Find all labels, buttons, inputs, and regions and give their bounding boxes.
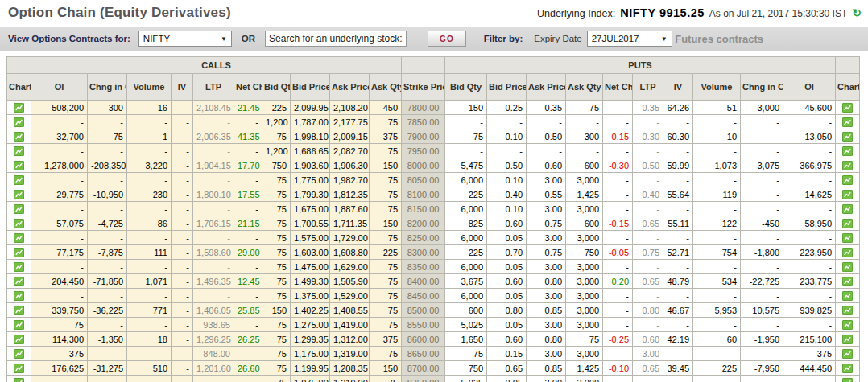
chart-icon[interactable] (14, 291, 24, 301)
futures-contracts-link[interactable]: Futures contracts (675, 33, 763, 45)
option-chain-row: ------751,675.001,887.60758150.006,0000.… (7, 202, 860, 216)
calls-ltp-cell: 2,006.35 (193, 129, 234, 144)
calls-volume-cell: - (127, 376, 172, 382)
chart-icon[interactable] (14, 233, 24, 243)
puts-chng_oi-cell: - (741, 187, 783, 202)
chart-icon[interactable] (842, 291, 853, 301)
chart-icon[interactable] (14, 204, 24, 214)
puts-chng_oi-cell: - (741, 260, 783, 274)
calls-bid_price-cell: 1,686.65 (291, 144, 330, 158)
chart-icon[interactable] (842, 262, 853, 272)
calls-oi-cell: 77,175 (31, 245, 88, 260)
calls-bid_price-cell: 1,799.30 (291, 187, 330, 202)
chart-icon[interactable] (14, 146, 24, 156)
option-chain-row: 114,300-1,35018-1,296.2526.25751,299.351… (7, 332, 860, 347)
calls-chng_oi-cell: -1,350 (88, 332, 127, 347)
puts-chng_oi-cell: -7,950 (741, 361, 783, 376)
go-button[interactable]: GO (428, 31, 466, 47)
calls-volume-cell: - (127, 260, 172, 274)
chart-icon[interactable] (842, 103, 853, 113)
chart-icon[interactable] (842, 364, 853, 373)
chart-icon[interactable] (14, 132, 24, 142)
puts-net_chng-cell: - (603, 187, 633, 202)
col-strike-price: Strike Price (402, 74, 445, 101)
chart-icon[interactable] (14, 320, 24, 330)
chart-icon[interactable] (842, 219, 853, 228)
calls-oi-cell: 375 (31, 347, 88, 361)
puts-ask_price-cell: 3.00 (527, 347, 566, 361)
chart-icon[interactable] (842, 161, 853, 170)
chart-icon[interactable] (842, 378, 853, 382)
expiry-select[interactable]: 27JUL2017 ▼ (587, 31, 672, 47)
chart-icon[interactable] (842, 117, 853, 127)
puts-ltp-cell: 0.35 (633, 101, 663, 115)
strike-cell: 8700.00 (402, 361, 445, 376)
chart-icon[interactable] (842, 204, 853, 214)
chart-icon[interactable] (842, 335, 853, 344)
calls-bid_price-cell: 1,475.00 (291, 260, 330, 274)
chart-icon[interactable] (14, 175, 24, 185)
calls-ask_qty-cell: 75 (370, 144, 402, 158)
chart-icon[interactable] (842, 306, 853, 315)
puts-bid_qty-cell: - (445, 144, 487, 158)
chart-icon[interactable] (14, 219, 24, 228)
chart-icon[interactable] (14, 364, 24, 373)
chart-icon[interactable] (842, 132, 853, 142)
chart-icon[interactable] (14, 306, 24, 315)
chart-icon[interactable] (14, 335, 24, 344)
calls-ask_qty-cell: 75 (370, 260, 402, 274)
strike-cell: 8200.00 (402, 216, 445, 231)
calls-ltp-cell: - (193, 231, 234, 245)
chart-icon[interactable] (842, 248, 853, 257)
chart-icon[interactable] (14, 117, 24, 127)
col-calls-bid-price: Bid Price (291, 74, 330, 101)
col-puts-ask-qty: Ask Qty (566, 74, 603, 101)
chart-icon[interactable] (14, 161, 24, 170)
calls-ask_price-cell: 1,812.35 (330, 187, 370, 202)
refresh-icon[interactable]: ↻ (852, 7, 862, 18)
calls-oi-cell: 114,300 (31, 332, 88, 347)
calls-volume-cell: - (127, 289, 172, 303)
puts-chng_oi-cell: -1,800 (741, 245, 783, 260)
puts-ltp-cell: - (633, 144, 663, 158)
chart-icon[interactable] (842, 146, 853, 156)
calls-iv-cell: - (172, 361, 193, 376)
calls-ask_qty-cell: 375 (370, 129, 402, 144)
puts-ask_price-cell: 3.00 (527, 173, 566, 187)
strike-cell: 8650.00 (402, 347, 445, 361)
chart-icon[interactable] (14, 349, 24, 359)
chart-icon[interactable] (842, 233, 853, 243)
calls-oi-cell: - (31, 144, 88, 158)
calls-bid_price-cell: 1,275.00 (291, 318, 330, 332)
calls-oi-cell: 57,075 (31, 216, 88, 231)
puts-net_chng-cell: - (603, 173, 633, 187)
chart-icon[interactable] (842, 349, 853, 359)
calls-bid_qty-cell: 75 (262, 332, 291, 347)
chart-icon[interactable] (14, 262, 24, 272)
col-puts-net-chng: Net Chng (603, 74, 633, 101)
puts-oi-cell: - (783, 376, 836, 382)
puts-bid_qty-cell: 6,000 (445, 289, 487, 303)
puts-bid_price-cell: 0.80 (487, 303, 527, 318)
symbol-select[interactable]: NIFTY ▼ (138, 31, 232, 47)
chart-icon[interactable] (842, 190, 853, 199)
puts-bid_qty-cell: 6,000 (445, 260, 487, 274)
chart-icon[interactable] (842, 277, 853, 286)
calls-oi-cell: - (31, 202, 88, 216)
chart-icon[interactable] (14, 378, 24, 382)
chart-icon[interactable] (842, 320, 853, 330)
puts-net_chng-cell: -0.25 (603, 332, 633, 347)
puts-chng_oi-cell: - (741, 115, 783, 129)
chart-icon[interactable] (842, 175, 853, 185)
chart-icon[interactable] (14, 248, 24, 257)
chart-icon[interactable] (14, 190, 24, 199)
strike-cell: 8100.00 (402, 187, 445, 202)
calls-chng_oi-cell: -75 (88, 129, 127, 144)
option-chain-row: ------751,375.001,529.00758450.006,0000.… (7, 289, 860, 303)
calls-chng_oi-cell: -71,850 (88, 274, 127, 289)
search-input[interactable] (265, 31, 407, 47)
chart-icon[interactable] (14, 277, 24, 286)
puts-iv-cell: 59.99 (663, 158, 693, 173)
puts-volume-cell: 119 (693, 187, 741, 202)
chart-icon[interactable] (14, 103, 24, 113)
